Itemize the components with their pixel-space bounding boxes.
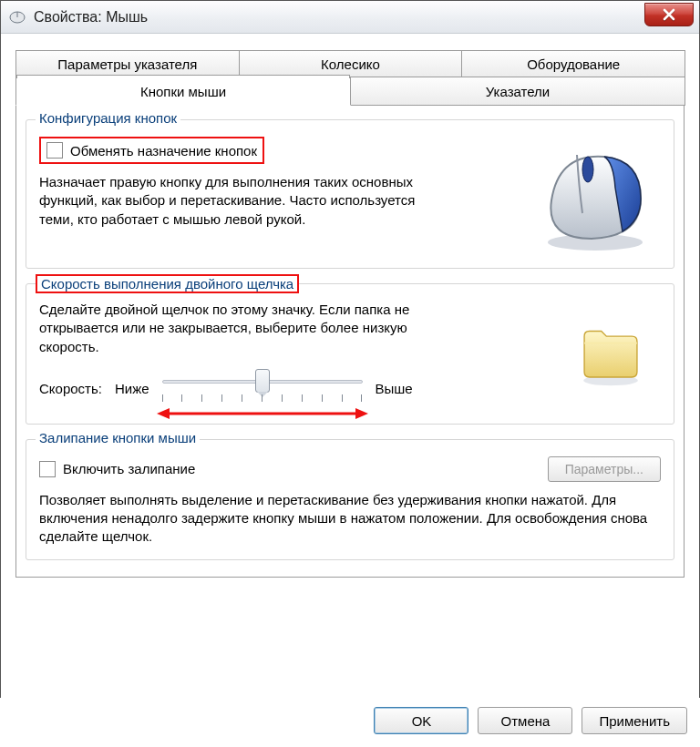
tab-buttons[interactable]: Кнопки мыши — [15, 77, 351, 106]
doubleclick-test-icon[interactable] — [561, 301, 661, 401]
tab-panel: Конфигурация кнопок Обменять назначение … — [15, 105, 685, 578]
group-doubleclick-legend: Скорость выполнения двойного щелчка — [36, 274, 299, 293]
tab-row-top: Параметры указателя Колесико Оборудовани… — [15, 50, 685, 77]
speed-label: Скорость: — [39, 381, 102, 396]
swap-buttons-checkbox[interactable] — [46, 142, 63, 159]
clicklock-description: Позволяет выполнять выделение и перетаск… — [39, 491, 661, 547]
speed-low-label: Ниже — [115, 381, 149, 396]
svg-marker-5 — [157, 408, 170, 419]
svg-point-3 — [582, 157, 593, 182]
tab-row-bottom: Кнопки мыши Указатели — [15, 77, 685, 106]
tab-hardware[interactable]: Оборудование — [461, 50, 685, 77]
mouse-illustration — [524, 137, 661, 255]
apply-button[interactable]: Применить — [582, 707, 687, 734]
clicklock-checkbox[interactable] — [39, 461, 56, 477]
window-title: Свойства: Мышь — [34, 9, 148, 26]
doubleclick-speed-slider[interactable] — [162, 367, 363, 411]
tab-pointers[interactable]: Указатели — [350, 77, 685, 106]
speed-high-label: Выше — [376, 381, 413, 396]
mouse-icon — [8, 10, 26, 25]
close-button[interactable] — [644, 3, 694, 26]
annotation-arrow — [157, 407, 368, 414]
group-button-config-legend: Конфигурация кнопок — [36, 110, 180, 126]
doubleclick-speed-row: Скорость: Ниже — [39, 367, 544, 411]
swap-buttons-description: Назначает правую кнопку для выполнения т… — [39, 173, 431, 229]
dialog-button-bar: OK Отмена Применить — [0, 698, 700, 747]
group-clicklock: Залипание кнопки мыши Включить залипание… — [26, 439, 674, 560]
clicklock-label: Включить залипание — [63, 461, 195, 476]
group-button-config: Конфигурация кнопок Обменять назначение … — [26, 119, 674, 269]
swap-buttons-highlight: Обменять назначение кнопок — [39, 137, 264, 164]
clicklock-settings-button[interactable]: Параметры... — [548, 456, 661, 482]
tab-pointer-options[interactable]: Параметры указателя — [15, 50, 240, 77]
svg-marker-6 — [355, 408, 368, 419]
title-bar: Свойства: Мышь — [1, 1, 699, 34]
group-clicklock-legend: Залипание кнопки мыши — [36, 430, 200, 445]
tab-wheel[interactable]: Колесико — [239, 50, 463, 77]
cancel-button[interactable]: Отмена — [478, 707, 572, 734]
swap-buttons-label: Обменять назначение кнопок — [70, 143, 257, 159]
group-doubleclick: Скорость выполнения двойного щелчка Сдел… — [26, 283, 674, 425]
close-icon — [662, 8, 676, 21]
ok-button[interactable]: OK — [374, 707, 468, 734]
doubleclick-description: Сделайте двойной щелчок по этому значку.… — [39, 301, 431, 356]
dialog-body: Параметры указателя Колесико Оборудовани… — [1, 34, 699, 587]
